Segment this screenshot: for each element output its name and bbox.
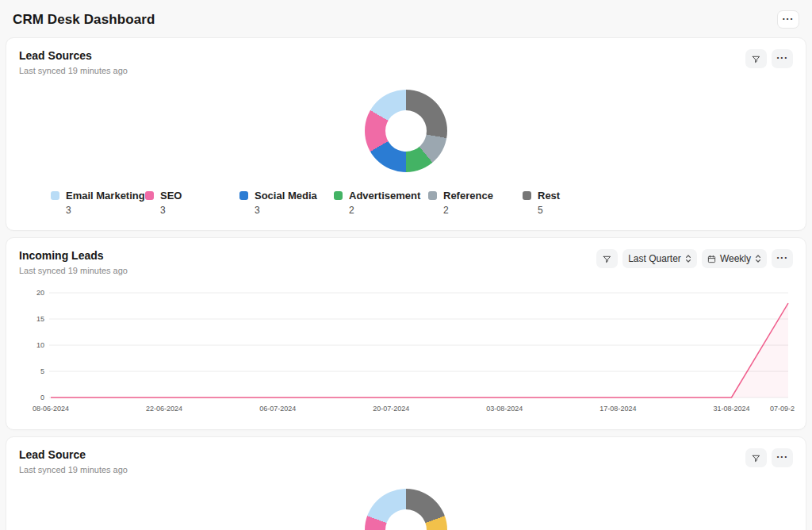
- lead-source-card-actions: ···: [745, 448, 793, 467]
- chevron-up-down-icon: [685, 254, 691, 263]
- svg-text:08-06-2024: 08-06-2024: [33, 405, 69, 413]
- legend-swatch: [334, 191, 343, 200]
- card-more-button[interactable]: ···: [772, 249, 793, 268]
- legend-text: Social Media3: [255, 190, 317, 216]
- lead-sources-donut-chart[interactable]: [365, 90, 447, 172]
- svg-text:17-08-2024: 17-08-2024: [599, 405, 636, 413]
- legend-label: Advertisement: [349, 190, 420, 202]
- svg-text:20-07-2024: 20-07-2024: [373, 405, 409, 413]
- page-more-button[interactable]: ···: [777, 10, 800, 29]
- page-title: CRM Desk Dashboard: [13, 12, 155, 28]
- range-select[interactable]: Last Quarter: [622, 249, 697, 268]
- lead-sources-card-titles: Lead Sources Last synced 19 minutes ago: [19, 49, 128, 75]
- lead-source-donut-chart[interactable]: [365, 489, 447, 530]
- legend-value: 2: [349, 205, 420, 216]
- legend-swatch: [51, 191, 59, 200]
- dashboard-body: Lead Sources Last synced 19 minutes ago …: [0, 37, 812, 530]
- svg-text:10: 10: [36, 341, 44, 349]
- card-more-button[interactable]: ···: [772, 448, 793, 467]
- svg-text:20: 20: [36, 289, 44, 297]
- filter-button[interactable]: [596, 249, 618, 268]
- lead-sources-card-header: Lead Sources Last synced 19 minutes ago …: [19, 49, 793, 75]
- filter-button[interactable]: [745, 448, 767, 467]
- lead-source-card: Lead Source Last synced 19 minutes ago ·…: [6, 436, 806, 530]
- legend-swatch: [239, 191, 248, 200]
- legend-text: Rest5: [538, 190, 560, 216]
- filter-icon: [752, 454, 760, 463]
- legend-text: SEO3: [160, 190, 182, 216]
- ellipsis-icon: ···: [776, 252, 788, 263]
- card-more-button[interactable]: ···: [772, 49, 793, 68]
- lead-sources-card-actions: ···: [745, 49, 793, 68]
- period-select[interactable]: Weekly: [702, 249, 767, 268]
- incoming-leads-line-chart[interactable]: 0510152008-06-202422-06-202406-07-202420…: [19, 285, 795, 415]
- lead-source-chart-area: [19, 489, 793, 530]
- legend-item: Social Media3: [239, 190, 334, 216]
- legend-text: Reference2: [443, 190, 493, 216]
- legend-item: Rest5: [523, 190, 617, 216]
- ellipsis-icon: ···: [776, 451, 788, 462]
- legend-value: 3: [66, 205, 145, 216]
- legend-label: Rest: [538, 190, 560, 202]
- svg-text:03-08-2024: 03-08-2024: [486, 405, 523, 413]
- svg-text:15: 15: [36, 315, 44, 323]
- legend-text: Email Marketing3: [66, 190, 145, 216]
- legend-label: Reference: [443, 190, 493, 202]
- ellipsis-icon: ···: [783, 13, 795, 24]
- legend-text: Advertisement2: [349, 190, 420, 216]
- legend-label: Social Media: [255, 190, 317, 202]
- period-select-value: Weekly: [720, 253, 751, 264]
- lead-source-card-titles: Lead Source Last synced 19 minutes ago: [19, 448, 128, 474]
- calendar-icon: [707, 255, 716, 263]
- range-select-value: Last Quarter: [628, 253, 681, 264]
- legend-item: Email Marketing3: [51, 190, 145, 216]
- filter-icon: [603, 255, 611, 263]
- legend-value: 5: [538, 205, 560, 216]
- svg-text:5: 5: [40, 367, 44, 375]
- legend-label: SEO: [160, 190, 182, 202]
- lead-sources-card: Lead Sources Last synced 19 minutes ago …: [6, 37, 806, 231]
- last-synced-text: Last synced 19 minutes ago: [19, 266, 128, 275]
- legend-swatch: [523, 191, 531, 200]
- card-title: Incoming Leads: [19, 249, 128, 262]
- legend-value: 2: [443, 205, 493, 216]
- incoming-leads-card-titles: Incoming Leads Last synced 19 minutes ag…: [19, 249, 128, 275]
- legend-value: 3: [160, 205, 182, 216]
- app-header: CRM Desk Dashboard ···: [0, 0, 812, 37]
- card-title: Lead Source: [19, 448, 128, 461]
- svg-text:31-08-2024: 31-08-2024: [713, 405, 749, 413]
- legend-label: Email Marketing: [66, 190, 145, 202]
- chevron-up-down-icon: [755, 254, 761, 263]
- incoming-leads-card-actions: Last Quarter Weekly ···: [596, 249, 793, 268]
- svg-text:0: 0: [40, 394, 44, 401]
- legend-swatch: [145, 191, 154, 200]
- legend-swatch: [428, 191, 437, 200]
- ellipsis-icon: ···: [776, 52, 788, 63]
- incoming-leads-card: Incoming Leads Last synced 19 minutes ag…: [6, 237, 806, 430]
- lead-sources-legend: Email Marketing3SEO3Social Media3Adverti…: [51, 190, 793, 216]
- legend-item: Advertisement2: [334, 190, 428, 216]
- last-synced-text: Last synced 19 minutes ago: [19, 465, 128, 474]
- lead-sources-chart-area: [19, 90, 793, 172]
- svg-text:22-06-2024: 22-06-2024: [146, 405, 182, 413]
- card-title: Lead Sources: [19, 49, 128, 62]
- filter-button[interactable]: [745, 49, 767, 68]
- incoming-leads-chart-area: 0510152008-06-202422-06-202406-07-202420…: [19, 285, 793, 418]
- legend-value: 3: [255, 205, 317, 216]
- last-synced-text: Last synced 19 minutes ago: [19, 66, 128, 75]
- legend-item: Reference2: [428, 190, 523, 216]
- filter-icon: [752, 55, 760, 63]
- svg-text:07-09-2024: 07-09-2024: [770, 405, 795, 413]
- lead-source-card-header: Lead Source Last synced 19 minutes ago ·…: [19, 448, 793, 474]
- incoming-leads-card-header: Incoming Leads Last synced 19 minutes ag…: [19, 249, 793, 275]
- svg-text:06-07-2024: 06-07-2024: [259, 405, 296, 413]
- legend-item: SEO3: [145, 190, 239, 216]
